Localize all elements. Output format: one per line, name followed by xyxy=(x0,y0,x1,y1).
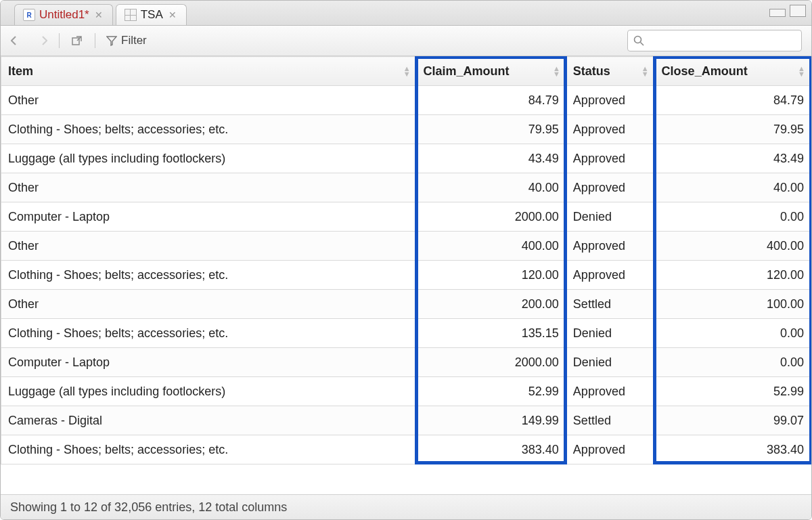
cell-claim: 149.99 xyxy=(416,406,566,435)
cell-close: 0.00 xyxy=(654,319,811,348)
data-table: Item▲▼Claim_Amount▲▼Status▲▼Close_Amount… xyxy=(1,56,811,464)
table-row[interactable]: Clothing - Shoes; belts; accessories; et… xyxy=(1,435,811,464)
cell-status: Approved xyxy=(566,435,654,464)
cell-item: Clothing - Shoes; belts; accessories; et… xyxy=(1,435,417,464)
tab-strip: R Untitled1* ✕ TSA ✕ xyxy=(1,1,811,26)
nav-back-button[interactable] xyxy=(7,32,26,49)
svg-point-1 xyxy=(635,37,641,43)
cell-item: Clothing - Shoes; belts; accessories; et… xyxy=(1,261,417,290)
table-row[interactable]: Other200.00Settled100.00 xyxy=(1,290,811,319)
column-header-status[interactable]: Status▲▼ xyxy=(566,57,654,86)
data-table-wrap: Item▲▼Claim_Amount▲▼Status▲▼Close_Amount… xyxy=(1,56,811,494)
tab-label: TSA xyxy=(141,8,163,22)
svg-line-2 xyxy=(641,43,644,46)
status-bar: Showing 1 to 12 of 32,056 entries, 12 to… xyxy=(1,494,811,519)
toolbar-separator xyxy=(95,33,95,48)
cell-status: Settled xyxy=(566,290,654,319)
cell-item: Other xyxy=(1,290,417,319)
status-text: Showing 1 to 12 of 32,056 entries, 12 to… xyxy=(10,500,287,515)
cell-claim: 400.00 xyxy=(416,232,566,261)
tab-tsa[interactable]: TSA ✕ xyxy=(116,4,187,25)
cell-status: Approved xyxy=(566,232,654,261)
cell-item: Luggage (all types including footlockers… xyxy=(1,144,417,173)
search-box[interactable] xyxy=(627,30,802,51)
cell-claim: 2000.00 xyxy=(416,348,566,377)
sort-icon: ▲▼ xyxy=(641,66,649,77)
toolbar-separator xyxy=(59,33,60,48)
cell-item: Other xyxy=(1,173,417,202)
cell-item: Clothing - Shoes; belts; accessories; et… xyxy=(1,319,417,348)
data-viewer-pane: R Untitled1* ✕ TSA ✕ Filter xyxy=(0,0,812,520)
sort-icon: ▲▼ xyxy=(798,66,805,77)
cell-claim: 52.99 xyxy=(416,377,566,406)
close-icon[interactable]: ✕ xyxy=(93,10,104,20)
tab-label: Untitled1* xyxy=(39,8,89,22)
cell-close: 120.00 xyxy=(654,261,811,290)
column-header-close[interactable]: Close_Amount▲▼ xyxy=(654,57,811,86)
nav-forward-button[interactable] xyxy=(32,32,51,49)
cell-item: Other xyxy=(1,232,417,261)
table-row[interactable]: Computer - Laptop2000.00Denied0.00 xyxy=(1,202,811,232)
table-row[interactable]: Clothing - Shoes; belts; accessories; et… xyxy=(1,115,811,144)
cell-claim: 40.00 xyxy=(416,173,566,202)
cell-status: Denied xyxy=(566,202,654,232)
cell-status: Denied xyxy=(566,348,654,377)
cell-claim: 135.15 xyxy=(416,319,566,348)
cell-close: 383.40 xyxy=(654,435,811,464)
cell-close: 40.00 xyxy=(654,173,811,202)
viewer-toolbar: Filter xyxy=(1,26,811,56)
sort-icon: ▲▼ xyxy=(553,66,560,77)
table-row[interactable]: Cameras - Digital149.99Settled99.07 xyxy=(1,406,811,435)
cell-close: 400.00 xyxy=(654,232,811,261)
cell-item: Other xyxy=(1,86,417,115)
cell-claim: 79.95 xyxy=(416,115,566,144)
cell-status: Settled xyxy=(566,406,654,435)
cell-status: Approved xyxy=(566,115,654,144)
cell-item: Computer - Laptop xyxy=(1,202,417,232)
cell-status: Denied xyxy=(566,319,654,348)
tab-untitled1[interactable]: R Untitled1* ✕ xyxy=(14,4,113,25)
filter-button[interactable]: Filter xyxy=(104,32,150,49)
cell-item: Luggage (all types including footlockers… xyxy=(1,377,417,406)
popout-button[interactable] xyxy=(68,32,87,49)
cell-claim: 2000.00 xyxy=(416,202,566,232)
cell-close: 99.07 xyxy=(654,406,811,435)
cell-item: Clothing - Shoes; belts; accessories; et… xyxy=(1,115,417,144)
table-row[interactable]: Other40.00Approved40.00 xyxy=(1,173,811,202)
column-header-item[interactable]: Item▲▼ xyxy=(1,57,417,86)
column-header-claim[interactable]: Claim_Amount▲▼ xyxy=(416,57,566,86)
cell-close: 0.00 xyxy=(654,202,811,232)
table-row[interactable]: Luggage (all types including footlockers… xyxy=(1,377,811,406)
cell-close: 79.95 xyxy=(654,115,811,144)
search-icon xyxy=(633,35,644,46)
cell-status: Approved xyxy=(566,261,654,290)
maximize-pane-icon[interactable] xyxy=(790,5,806,17)
cell-status: Approved xyxy=(566,173,654,202)
cell-status: Approved xyxy=(566,144,654,173)
cell-claim: 383.40 xyxy=(416,435,566,464)
search-input[interactable] xyxy=(648,34,796,47)
cell-claim: 84.79 xyxy=(416,86,566,115)
table-row[interactable]: Computer - Laptop2000.00Denied0.00 xyxy=(1,348,811,377)
cell-status: Approved xyxy=(566,377,654,406)
cell-close: 0.00 xyxy=(654,348,811,377)
data-grid-icon xyxy=(125,9,137,21)
table-row[interactable]: Other84.79Approved84.79 xyxy=(1,86,811,115)
filter-label: Filter xyxy=(121,34,147,47)
cell-close: 52.99 xyxy=(654,377,811,406)
cell-close: 100.00 xyxy=(654,290,811,319)
cell-claim: 200.00 xyxy=(416,290,566,319)
table-row[interactable]: Clothing - Shoes; belts; accessories; et… xyxy=(1,261,811,290)
cell-item: Computer - Laptop xyxy=(1,348,417,377)
cell-claim: 43.49 xyxy=(416,144,566,173)
table-row[interactable]: Other400.00Approved400.00 xyxy=(1,232,811,261)
cell-claim: 120.00 xyxy=(416,261,566,290)
close-icon[interactable]: ✕ xyxy=(167,10,178,20)
cell-status: Approved xyxy=(566,86,654,115)
cell-close: 43.49 xyxy=(654,144,811,173)
funnel-icon xyxy=(106,35,117,46)
minimize-pane-icon[interactable] xyxy=(769,9,786,17)
table-row[interactable]: Clothing - Shoes; belts; accessories; et… xyxy=(1,319,811,348)
table-row[interactable]: Luggage (all types including footlockers… xyxy=(1,144,811,173)
r-script-icon: R xyxy=(23,9,35,21)
